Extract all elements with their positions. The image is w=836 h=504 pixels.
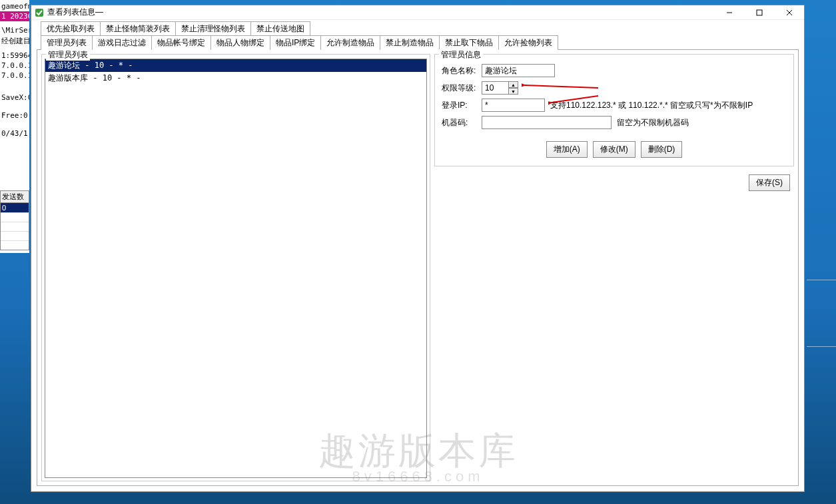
watermark-main: 趣游版本库 xyxy=(318,432,518,469)
admin-list-legend: 管理员列表 xyxy=(46,49,90,61)
bg-line: gameofm xyxy=(0,1,29,11)
machine-code-input[interactable] xyxy=(482,116,612,129)
tab-item-char-bind[interactable]: 物品人物绑定 xyxy=(210,35,270,50)
delete-button[interactable]: 删除(D) xyxy=(641,141,683,158)
bg-line: 1:59964 xyxy=(0,51,29,61)
dialog-window: 查看列表信息— 优先捡取列表 禁止怪物简装列表 禁止清理怪物列表 禁止传送地图 … xyxy=(31,5,805,492)
tab-forbid-clear-monster[interactable]: 禁止清理怪物列表 xyxy=(175,21,251,36)
tab-strip: 优先捡取列表 禁止怪物简装列表 禁止清理怪物列表 禁止传送地图 管理员列表 游戏… xyxy=(37,20,799,50)
tab-item-account-bind[interactable]: 物品帐号绑定 xyxy=(151,35,211,50)
svg-rect-2 xyxy=(757,10,762,15)
bg-table-row: 0 xyxy=(1,203,29,212)
bg-line: 7.0.0.1: xyxy=(0,61,29,71)
close-button[interactable] xyxy=(774,5,804,20)
annotation-arrow-icon xyxy=(522,80,602,96)
admin-listbox[interactable]: 趣游论坛 - 10 - * - 趣游版本库 - 10 - * - xyxy=(45,59,427,478)
tab-allow-pickup[interactable]: 允许捡物列表 xyxy=(498,35,558,50)
list-item[interactable]: 趣游版本库 - 10 - * - xyxy=(45,72,426,85)
admin-list-group: 管理员列表 趣游论坛 - 10 - * - 趣游版本库 - 10 - * - xyxy=(41,54,430,481)
save-button[interactable]: 保存(S) xyxy=(749,174,790,191)
titlebar[interactable]: 查看列表信息— xyxy=(31,5,804,20)
level-label: 权限等级: xyxy=(442,83,479,94)
bg-line: \MirSer xyxy=(0,25,29,35)
tab-item-ip-bind[interactable]: 物品IP绑定 xyxy=(270,35,321,50)
tab-priority-pickup[interactable]: 优先捡取列表 xyxy=(41,21,101,36)
tab-forbid-takeoff[interactable]: 禁止取下物品 xyxy=(439,35,499,50)
bg-line: Free:0 xyxy=(0,111,29,121)
tab-forbid-craft[interactable]: 禁止制造物品 xyxy=(380,35,440,50)
bg-line: 经创建目 xyxy=(0,35,29,47)
watermark-sub: 8v16668.com xyxy=(318,469,518,484)
tab-game-log-filter[interactable]: 游戏日志过滤 xyxy=(92,35,152,50)
tab-body: 管理员列表 趣游论坛 - 10 - * - 趣游版本库 - 10 - * - 管… xyxy=(37,49,799,486)
tab-admin-list[interactable]: 管理员列表 xyxy=(41,35,93,50)
maximize-button[interactable] xyxy=(744,5,774,20)
login-ip-label: 登录IP: xyxy=(442,100,479,111)
bg-line: SaveX:0 xyxy=(0,93,29,103)
role-name-label: 角色名称: xyxy=(442,65,479,77)
window-title: 查看列表信息— xyxy=(47,7,714,18)
login-ip-input[interactable] xyxy=(482,99,545,112)
modify-button[interactable]: 修改(M) xyxy=(593,141,635,158)
list-item[interactable]: 趣游论坛 - 10 - * - xyxy=(45,59,426,72)
role-name-input[interactable] xyxy=(482,64,555,77)
tab-forbid-monster-simple[interactable]: 禁止怪物简装列表 xyxy=(100,21,176,36)
level-spin-up[interactable]: ▲ xyxy=(508,81,518,88)
admin-info-legend: 管理员信息 xyxy=(439,49,483,61)
add-button[interactable]: 增加(A) xyxy=(546,141,588,158)
watermark: 趣游版本库 8v16668.com xyxy=(318,432,518,484)
admin-info-group: 管理员信息 角色名称: 权限等级: ▲ ▼ xyxy=(434,54,794,166)
level-spin-down[interactable]: ▼ xyxy=(508,88,518,95)
level-input[interactable] xyxy=(482,81,508,95)
app-icon xyxy=(34,7,45,18)
svg-rect-0 xyxy=(35,9,43,17)
desktop-highlight xyxy=(807,0,836,504)
bg-line: 0/43/1 xyxy=(0,128,29,138)
bg-line: 1 202304 xyxy=(0,11,29,21)
bg-table-header: 发送数 xyxy=(1,191,29,203)
login-ip-hint: 支持110.122.123.* 或 110.122.*.* 留空或只写*为不限制… xyxy=(550,100,753,111)
machine-code-hint: 留空为不限制机器码 xyxy=(617,117,689,128)
machine-code-label: 机器码: xyxy=(442,117,479,128)
background-table: 发送数 0 xyxy=(0,190,29,250)
bg-line: 7.0.0.1: xyxy=(0,71,29,81)
svg-line-5 xyxy=(525,85,598,88)
minimize-button[interactable] xyxy=(714,5,744,20)
tab-allow-craft[interactable]: 允许制造物品 xyxy=(320,35,380,50)
tab-forbid-teleport-map[interactable]: 禁止传送地图 xyxy=(250,21,310,36)
